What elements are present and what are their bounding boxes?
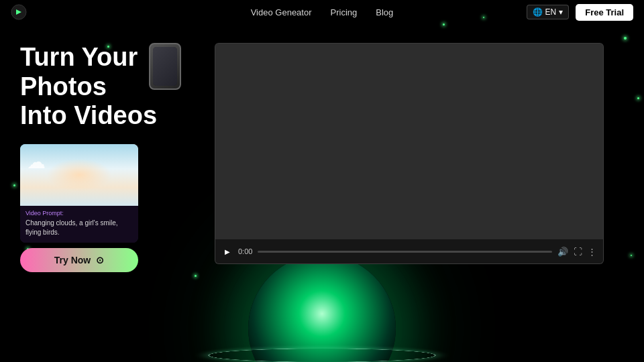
chevron-down-icon: ▾: [559, 7, 563, 17]
video-controls: ▶ 0:00 🔊 ⛶ ⋮: [215, 239, 603, 263]
flag-icon: 🌐: [533, 7, 543, 17]
phone-mockup: [149, 43, 181, 90]
nav-pricing[interactable]: Pricing: [331, 7, 358, 17]
nav-video-generator[interactable]: Video Geneator: [251, 7, 312, 17]
video-content: [215, 44, 603, 239]
volume-icon[interactable]: 🔊: [557, 247, 568, 257]
prompt-label: Video Prompt:: [25, 210, 133, 217]
photo-prompt-section: Video Prompt: Changing clouds, a girl's …: [20, 206, 138, 243]
main-content: Turn Your Photos Into Videos Video Promp…: [0, 24, 644, 362]
try-now-button[interactable]: Try Now ⊙: [20, 248, 138, 272]
try-now-label: Try Now: [54, 255, 91, 265]
hero-photo: [20, 144, 138, 206]
prompt-text: Changing clouds, a girl's smile, flying …: [25, 219, 133, 237]
photo-card: Video Prompt: Changing clouds, a girl's …: [20, 144, 138, 243]
control-icons: 🔊 ⛶ ⋮: [557, 247, 596, 257]
arrow-circle-icon: ⊙: [96, 255, 104, 265]
play-button[interactable]: ▶: [222, 246, 233, 257]
header: Video Geneator Pricing Blog 🌐 EN ▾ Free …: [0, 0, 644, 24]
hero-section: Turn Your Photos Into Videos Video Promp…: [0, 43, 188, 272]
progress-bar[interactable]: [258, 251, 552, 253]
free-trial-button[interactable]: Free Trial: [576, 4, 633, 21]
phone-screen: [153, 47, 177, 86]
main-nav: Video Geneator Pricing Blog: [251, 7, 394, 17]
more-options-icon[interactable]: ⋮: [588, 247, 596, 257]
lang-label: EN: [545, 7, 557, 17]
video-player: ▶ 0:00 🔊 ⛶ ⋮: [215, 43, 604, 264]
nav-blog[interactable]: Blog: [376, 7, 393, 17]
time-display: 0:00: [238, 247, 252, 255]
hero-title: Turn Your Photos Into Videos: [20, 43, 174, 131]
header-actions: 🌐 EN ▾ Free Trial: [527, 4, 633, 21]
fullscreen-icon[interactable]: ⛶: [574, 247, 582, 257]
language-selector[interactable]: 🌐 EN ▾: [527, 5, 570, 19]
logo[interactable]: [11, 4, 27, 20]
logo-icon: [11, 4, 27, 20]
video-area: ▶ 0:00 🔊 ⛶ ⋮: [188, 43, 644, 264]
phone-gradient: [153, 47, 177, 86]
